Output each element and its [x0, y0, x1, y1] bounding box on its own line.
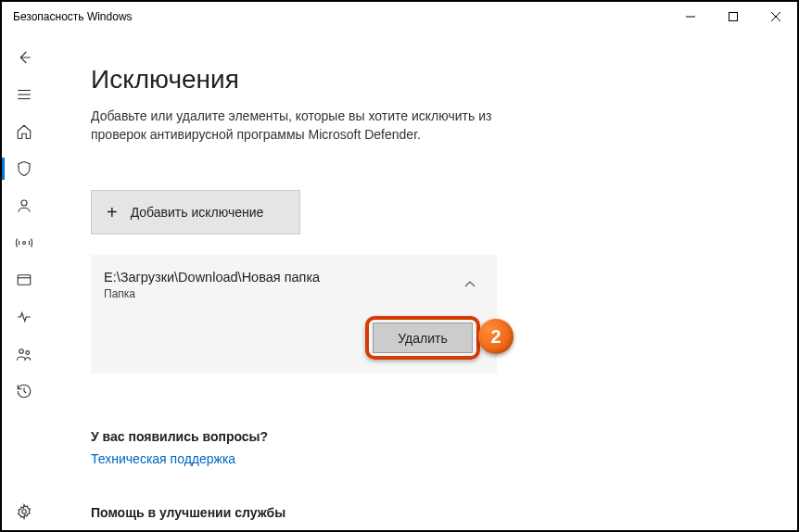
exclusion-path: E:\Загрузки\Download\Новая папка — [104, 270, 478, 285]
network-icon — [16, 234, 32, 251]
window-title: Безопасность Windows — [13, 10, 133, 23]
exclusion-item[interactable]: E:\Загрузки\Download\Новая папка Папка У… — [91, 255, 497, 374]
svg-point-12 — [26, 351, 30, 355]
minimize-icon — [686, 12, 695, 21]
plus-icon: + — [107, 202, 118, 223]
sidebar — [2, 32, 46, 530]
back-button[interactable] — [2, 39, 46, 76]
nav-device-security[interactable] — [2, 298, 46, 336]
add-button-label: Добавить исключение — [131, 205, 264, 220]
support-link[interactable]: Техническая поддержка — [91, 451, 753, 466]
gear-icon — [16, 503, 32, 520]
back-arrow-icon — [16, 49, 32, 66]
heart-rate-icon — [16, 309, 32, 325]
nav-app-browser[interactable] — [2, 261, 46, 298]
nav-home[interactable] — [2, 113, 46, 150]
app-control-icon — [16, 272, 32, 288]
close-icon — [771, 12, 780, 21]
questions-title: У вас появились вопросы? — [91, 429, 753, 444]
window-controls — [669, 2, 797, 32]
menu-button[interactable] — [2, 76, 46, 113]
home-icon — [16, 123, 32, 140]
page-heading: Исключения — [91, 65, 753, 95]
content-area: Исключения Добавьте или удалите элементы… — [46, 32, 797, 530]
svg-point-8 — [23, 242, 26, 245]
titlebar: Безопасность Windows — [2, 2, 797, 32]
shield-icon — [16, 160, 32, 177]
exclusion-type: Папка — [104, 287, 478, 300]
svg-rect-9 — [18, 275, 31, 285]
svg-point-7 — [21, 200, 27, 206]
collapse-toggle[interactable] — [463, 277, 476, 294]
svg-point-11 — [19, 349, 24, 354]
help-title: Помощь в улучшении службы — [91, 505, 753, 520]
chevron-up-icon — [463, 277, 476, 290]
close-button[interactable] — [755, 2, 797, 32]
nav-virus-protection[interactable] — [2, 150, 46, 187]
svg-rect-1 — [729, 13, 738, 21]
family-icon — [16, 346, 32, 362]
nav-settings[interactable] — [2, 493, 46, 530]
delete-button[interactable]: Удалить — [373, 323, 473, 353]
account-icon — [16, 197, 32, 214]
nav-account[interactable] — [2, 187, 46, 224]
minimize-button[interactable] — [669, 2, 712, 32]
maximize-icon — [729, 12, 738, 21]
nav-history[interactable] — [2, 373, 46, 410]
maximize-button[interactable] — [712, 2, 755, 32]
questions-section: У вас появились вопросы? Техническая под… — [91, 429, 753, 466]
annotation-badge: 2 — [478, 319, 514, 354]
nav-family[interactable] — [2, 336, 46, 373]
nav-firewall[interactable] — [2, 224, 46, 261]
history-icon — [16, 383, 32, 399]
svg-point-13 — [22, 510, 27, 514]
page-description: Добавьте или удалите элементы, которые в… — [91, 108, 499, 144]
add-exclusion-button[interactable]: + Добавить исключение — [91, 190, 300, 234]
hamburger-icon — [16, 86, 32, 103]
